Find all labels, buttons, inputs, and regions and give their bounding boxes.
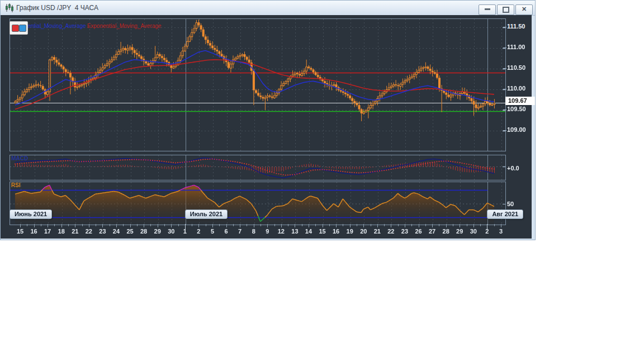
date-label: 3	[494, 228, 508, 235]
date-label: 16	[27, 228, 41, 235]
rsi-mid-label: 50	[507, 201, 514, 207]
price-axis-label: 109.50	[507, 106, 526, 112]
date-label: 30	[164, 228, 178, 235]
axis-tick	[503, 27, 506, 27]
price-chart-canvas[interactable]	[10, 18, 506, 151]
axis-tick	[503, 47, 506, 48]
minimize-icon	[485, 8, 490, 10]
date-label: 6	[219, 228, 234, 235]
close-icon: ✕	[522, 6, 527, 12]
date-label: 15	[315, 228, 330, 235]
rsi-panel-label: RSI	[11, 182, 21, 188]
minimize-button[interactable]	[479, 4, 496, 15]
date-label: 25	[123, 228, 138, 235]
date-label: 8	[247, 228, 261, 235]
date-label: 2	[480, 228, 494, 235]
axis-tick	[503, 68, 506, 69]
month-marker-label: Авг 2021	[487, 209, 523, 219]
date-label: 7	[233, 228, 247, 235]
date-label: 2	[191, 228, 206, 235]
date-label: 22	[82, 228, 96, 235]
axis-tick	[503, 109, 506, 110]
date-label: 14	[301, 228, 316, 235]
date-label: 1	[178, 228, 192, 235]
macd-zero-label: +0.0	[507, 165, 519, 172]
ema-slow-swatch[interactable]	[12, 25, 19, 32]
date-label: 21	[68, 228, 82, 235]
date-label: 21	[370, 228, 385, 235]
restore-icon	[503, 7, 509, 13]
date-label: 16	[329, 228, 343, 235]
ema-fast-label: ential_Moving_Average	[27, 23, 86, 29]
month-marker-label: Июль 2021	[185, 209, 228, 219]
price-axis-label: 110.00	[507, 85, 525, 92]
macd-chart-canvas[interactable]	[10, 155, 506, 180]
axis-tick	[503, 89, 506, 89]
date-label: 24	[109, 228, 124, 235]
date-label: 5	[205, 228, 220, 235]
date-label: 19	[343, 228, 357, 235]
price-axis-label: 111.50	[507, 23, 525, 30]
price-axis-label: 111.00	[507, 44, 525, 50]
macd-panel-label: MACD	[11, 155, 28, 161]
date-label: 27	[425, 228, 439, 235]
date-label: 18	[54, 228, 69, 235]
date-label: 12	[274, 228, 288, 235]
legend-swatch-box	[10, 21, 28, 35]
window-title: График USD /JPY 4 ЧАСА	[16, 4, 98, 12]
close-button[interactable]: ✕	[515, 4, 533, 15]
date-label: 9	[260, 228, 274, 235]
date-label: 22	[383, 228, 398, 235]
month-marker-label: Июнь 2021	[10, 209, 52, 219]
title-bar[interactable]: График USD /JPY 4 ЧАСА ✕	[1, 1, 535, 16]
date-label: 30	[466, 228, 481, 235]
date-label: 28	[439, 228, 453, 235]
date-label: 28	[136, 228, 151, 235]
candlestick-chart-icon	[4, 3, 15, 13]
ema-fast-swatch[interactable]	[19, 25, 26, 32]
date-label: 15	[13, 228, 27, 235]
chart-window: График USD /JPY 4 ЧАСА ✕ ential_Moving_A…	[0, 0, 536, 240]
date-label: 13	[287, 228, 302, 235]
axis-tick	[503, 130, 506, 131]
date-label: 23	[397, 228, 412, 235]
date-label: 29	[452, 228, 467, 235]
ema-slow-label: Exponential_Moving_Average	[87, 23, 162, 29]
indicator-legend: ential_Moving_Average Exponential_Moving…	[27, 23, 162, 29]
price-axis-label: 109.00	[507, 126, 526, 133]
date-label: 29	[150, 228, 165, 235]
date-label: 23	[95, 228, 110, 235]
restore-button[interactable]	[497, 4, 514, 15]
date-label: 20	[356, 228, 371, 235]
date-label: 26	[411, 228, 426, 235]
rsi-chart-canvas[interactable]	[10, 182, 506, 225]
current-price-badge: 109.67	[505, 97, 536, 105]
date-label: 17	[40, 228, 55, 235]
price-axis-label: 110.50	[507, 64, 525, 71]
